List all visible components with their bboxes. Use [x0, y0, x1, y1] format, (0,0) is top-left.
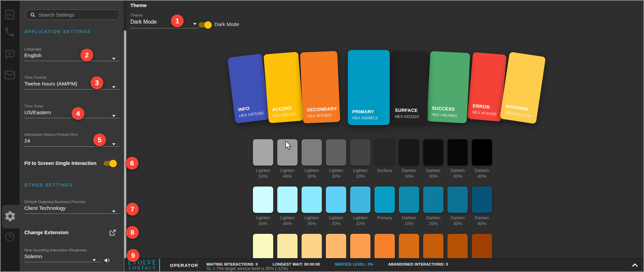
swatch-surface-0[interactable]: [253, 139, 273, 166]
stat-item: WAITING INTERACTIONS: 0: [206, 262, 258, 266]
logo-divider: [159, 258, 160, 272]
scrollbar-thumb[interactable]: [124, 30, 126, 272]
swatch-surface-2[interactable]: [302, 139, 322, 166]
card-hex: HEX #3F51B5: [239, 111, 264, 118]
swatch-secondary-1[interactable]: [277, 234, 298, 260]
swatch-secondary-5[interactable]: [375, 234, 395, 260]
swatch-surface-6[interactable]: [399, 139, 419, 166]
chevron-down-icon[interactable]: [112, 58, 115, 60]
swatch-primary-6[interactable]: [399, 187, 419, 213]
search-placeholder: Search Settings: [38, 12, 74, 18]
swatch-primary-1[interactable]: [277, 187, 298, 213]
theme-card-primary[interactable]: PRIMARYHEX #009BC3: [348, 50, 390, 125]
stat-item: LONGEST WAIT: 00:00:00: [273, 262, 320, 266]
fit-to-screen-toggle[interactable]: [104, 161, 116, 166]
swatch-label: Lighten40%: [275, 215, 300, 226]
swatch-secondary-0[interactable]: [253, 234, 273, 260]
swatch-label: Darken10%: [397, 215, 421, 226]
annotation-badge-1: 1: [171, 15, 184, 27]
swatch-primary-4[interactable]: [350, 187, 370, 213]
swatch-label: Lighten30%: [300, 168, 324, 179]
chevron-down-icon[interactable]: [93, 259, 96, 261]
speaker-icon[interactable]: [104, 257, 111, 264]
swatch-primary-2[interactable]: [302, 187, 322, 213]
outgoing-bp-field[interactable]: Default Outgoing Business Process Client…: [24, 200, 120, 214]
card-name: ERROR: [472, 103, 490, 110]
swatch-surface-4[interactable]: [350, 139, 370, 166]
change-extension-row[interactable]: Change Extension: [24, 229, 120, 236]
search-icon: [30, 12, 35, 18]
swatch-surface-7[interactable]: [423, 139, 443, 166]
theme-dropdown[interactable]: Theme Dark Mode: [130, 13, 199, 28]
field-underline: [24, 146, 120, 147]
search-input[interactable]: Search Settings: [25, 9, 120, 20]
field-underline: [24, 89, 120, 90]
chevron-down-icon[interactable]: [112, 211, 115, 213]
swatch-secondary-8[interactable]: [447, 234, 468, 260]
status-bar: EVOLVE CONTACT OPERATOR WAITING INTERACT…: [124, 258, 643, 272]
swatch-primary-8[interactable]: [447, 187, 468, 213]
swatch-primary-9[interactable]: [472, 187, 492, 213]
icon-rail: [1, 1, 20, 271]
dark-mode-toggle[interactable]: [199, 22, 211, 27]
time-format-label: Time Format: [24, 75, 120, 79]
external-link-icon[interactable]: [109, 229, 116, 236]
mail-icon[interactable]: [4, 69, 16, 81]
stat-item: SERVICE LEVEL: 0%: [335, 262, 373, 266]
time-format-field[interactable]: Time Format Twelve hours (AM/PM): [24, 75, 120, 90]
toggle-knob: [204, 21, 212, 29]
theme-card-accent[interactable]: ACCENTHEX FFC107: [263, 52, 304, 123]
chevron-down-icon[interactable]: [112, 86, 115, 88]
swatch-surface-9[interactable]: [472, 139, 492, 166]
annotation-badge-2: 2: [80, 49, 93, 61]
swatch-primary-0[interactable]: [253, 187, 273, 213]
settings-gear-icon[interactable]: [4, 210, 16, 222]
card-hex: HEX #F44336: [472, 110, 497, 116]
swatch-surface-3[interactable]: [326, 139, 346, 166]
swatch-secondary-6[interactable]: [399, 234, 419, 260]
fit-to-screen-label: Fit to Screen Single Interaction: [24, 160, 97, 166]
field-underline: [24, 262, 101, 262]
swatch-label: Darken20%: [421, 215, 445, 226]
chevron-down-icon[interactable]: [112, 143, 115, 145]
swatch-secondary-9[interactable]: [472, 234, 492, 260]
language-field[interactable]: Language English: [24, 47, 120, 61]
swatch-secondary-3[interactable]: [326, 234, 346, 260]
card-name: INFO: [238, 106, 250, 112]
theme-card-surface[interactable]: SURFACEHEX #222222: [390, 51, 428, 124]
swatch-surface-8[interactable]: [447, 139, 468, 166]
ringtones-field[interactable]: New Incoming Interaction Ringtones Solem…: [24, 248, 120, 262]
chevron-down-icon[interactable]: [112, 115, 115, 117]
swatch-label: Lighten30%: [300, 215, 324, 226]
chevron-up-icon[interactable]: [631, 262, 639, 270]
annotation-badge-7: 7: [126, 203, 139, 216]
fit-to-screen-row: Fit to Screen Single Interaction: [24, 160, 120, 166]
card-name: ACCENT: [272, 105, 292, 112]
card-name: SURFACE: [395, 108, 417, 113]
swatch-secondary-2[interactable]: [302, 234, 322, 260]
swatch-label: Lighten40%: [275, 168, 300, 179]
theme-card-success[interactable]: SUCCESSHEX #4EA96D: [427, 51, 470, 123]
swatch-primary-7[interactable]: [423, 187, 443, 213]
outgoing-bp-label: Default Outgoing Business Process: [24, 200, 120, 204]
language-label: Language: [24, 47, 120, 51]
card-name: SUCCESS: [432, 106, 455, 112]
swatch-secondary-7[interactable]: [423, 234, 443, 260]
card-name: SECONDARY: [307, 106, 337, 113]
chevron-down-icon[interactable]: [193, 23, 197, 25]
reports-icon[interactable]: [4, 9, 16, 20]
divider: [197, 260, 198, 271]
ringtones-label: New Incoming Interaction Ringtones: [24, 248, 120, 252]
phone-icon[interactable]: [4, 26, 16, 38]
swatch-surface-5[interactable]: [375, 139, 395, 166]
swatch-primary-3[interactable]: [326, 187, 346, 213]
annotation-badge-8: 8: [126, 226, 139, 239]
swatch-primary-5[interactable]: [375, 187, 395, 213]
swatch-secondary-4[interactable]: [350, 234, 370, 260]
annotation-badge-5: 5: [93, 133, 106, 146]
theme-value: Dark Mode: [130, 19, 199, 25]
help-icon[interactable]: [5, 232, 15, 242]
chat-icon[interactable]: [4, 49, 16, 60]
history-period-label: Interaction History Period (Hrs): [24, 132, 120, 137]
theme-card-secondary[interactable]: SECONDARYHEX #F47920: [300, 51, 340, 124]
